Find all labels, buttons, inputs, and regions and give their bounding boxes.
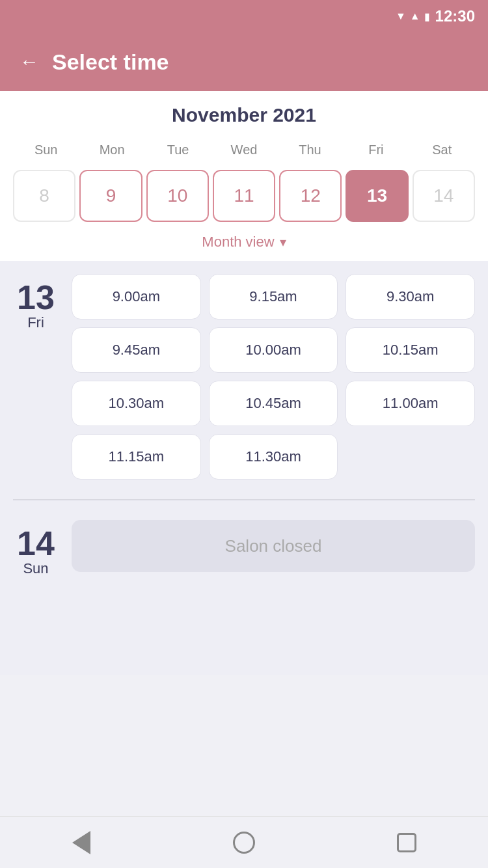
day-number-13: 13 <box>17 280 55 314</box>
cal-day-10[interactable]: 10 <box>146 170 209 222</box>
chevron-down-icon: ▾ <box>280 234 286 250</box>
day-name-14: Sun <box>23 560 48 577</box>
weekday-fri: Fri <box>343 139 409 161</box>
day-label-13: 13 Fri <box>13 274 59 480</box>
day-divider <box>13 499 475 500</box>
cal-day-9[interactable]: 9 <box>79 170 142 222</box>
slot-1000am[interactable]: 10.00am <box>209 327 338 373</box>
cal-day-12[interactable]: 12 <box>279 170 342 222</box>
recents-nav-icon <box>397 833 416 852</box>
back-nav-button[interactable] <box>65 826 98 859</box>
status-icons: ▼ ▲ ▮ <box>396 10 430 23</box>
page-title: Select time <box>52 49 169 75</box>
slot-1115am[interactable]: 11.15am <box>72 434 201 480</box>
home-nav-button[interactable] <box>228 826 260 859</box>
cal-day-8[interactable]: 8 <box>13 170 75 222</box>
bottom-nav <box>0 816 488 868</box>
weekday-wed: Wed <box>211 139 277 161</box>
day-name-13: Fri <box>27 314 44 331</box>
status-time: 12:30 <box>435 7 475 25</box>
cal-day-11[interactable]: 11 <box>213 170 275 222</box>
timeslots-section: 13 Fri 9.00am 9.15am 9.30am 9.45am 10.00… <box>0 261 488 675</box>
weekday-mon: Mon <box>79 139 144 161</box>
header: ← Select time <box>0 33 488 91</box>
slot-1045am[interactable]: 10.45am <box>209 381 338 426</box>
weekday-thu: Thu <box>277 139 343 161</box>
month-view-toggle[interactable]: Month view ▾ <box>13 224 475 254</box>
weekday-tue: Tue <box>145 139 211 161</box>
slots-grid-13: 9.00am 9.15am 9.30am 9.45am 10.00am 10.1… <box>72 274 475 480</box>
back-button[interactable]: ← <box>20 51 39 73</box>
weekday-sat: Sat <box>409 139 475 161</box>
slot-915am[interactable]: 9.15am <box>209 274 338 319</box>
calendar-row: 8 9 10 11 12 13 14 <box>13 167 475 224</box>
day-number-14: 14 <box>17 526 55 560</box>
signal-icon: ▲ <box>410 10 420 22</box>
home-nav-icon <box>233 832 255 854</box>
slot-1100am[interactable]: 11.00am <box>346 381 475 426</box>
calendar-section: November 2021 Sun Mon Tue Wed Thu Fri Sa… <box>0 91 488 261</box>
recents-nav-button[interactable] <box>390 826 423 859</box>
month-year-title: November 2021 <box>13 104 475 126</box>
slot-900am[interactable]: 9.00am <box>72 274 201 319</box>
slot-1130am[interactable]: 11.30am <box>209 434 338 480</box>
week-days-row: Sun Mon Tue Wed Thu Fri Sat <box>13 139 475 161</box>
day-block-14: 14 Sun Salon closed <box>13 520 475 577</box>
cal-day-13[interactable]: 13 <box>346 170 408 222</box>
status-bar: ▼ ▲ ▮ 12:30 <box>0 0 488 33</box>
slot-1015am[interactable]: 10.15am <box>346 327 475 373</box>
salon-closed-label: Salon closed <box>72 520 475 572</box>
slot-1030am[interactable]: 10.30am <box>72 381 201 426</box>
day-block-13: 13 Fri 9.00am 9.15am 9.30am 9.45am 10.00… <box>13 274 475 480</box>
cal-day-14[interactable]: 14 <box>413 170 475 222</box>
battery-icon: ▮ <box>424 10 430 23</box>
month-view-label: Month view <box>202 234 274 251</box>
slot-945am[interactable]: 9.45am <box>72 327 201 373</box>
slot-930am[interactable]: 9.30am <box>346 274 475 319</box>
weekday-sun: Sun <box>13 139 79 161</box>
back-nav-icon <box>72 831 90 854</box>
day-label-14: 14 Sun <box>13 520 59 577</box>
wifi-icon: ▼ <box>396 10 406 22</box>
